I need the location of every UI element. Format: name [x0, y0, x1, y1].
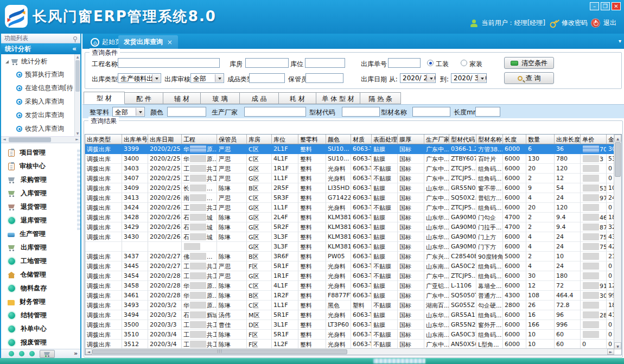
tree-root[interactable]: 统计分析: [1, 54, 74, 68]
color-input[interactable]: [167, 107, 206, 117]
column-header[interactable]: 金: [607, 135, 614, 144]
sidebar-nav-item[interactable]: 仓储管理: [1, 268, 80, 282]
collapse-icon[interactable]: «: [72, 45, 77, 53]
nav-scrollbar[interactable]: [77, 149, 80, 230]
table-row[interactable]: 调拨出库34542020/2/28工共工程严思G区1R1F整料光身料6063-T…: [85, 271, 614, 281]
radio-gongzhuang-label[interactable]: 工装: [436, 60, 449, 69]
scroll-down-icon[interactable]: ▼: [614, 342, 621, 349]
column-header[interactable]: 整零料: [298, 135, 326, 144]
clear-conditions-button[interactable]: 清空条件: [504, 57, 554, 69]
table-row[interactable]: 调拨出库35102020/3/4工共工程陈琳F区5R1F整料光身料6063-T5…: [85, 330, 614, 340]
column-header[interactable]: 长度: [503, 135, 526, 144]
sidebar-nav-item[interactable]: 财务管理: [1, 295, 80, 309]
tab-shipping-query[interactable]: 发货出库查询 ×: [118, 35, 178, 49]
sidebar-nav-item[interactable]: 报废管理: [1, 336, 80, 349]
column-header[interactable]: 工程: [182, 135, 217, 144]
table-row[interactable]: 调拨出库34292020/2/26石城陈琳G区5R2F整料KLM38176063…: [85, 222, 614, 232]
scroll-up-icon[interactable]: ▲: [614, 135, 621, 142]
column-header[interactable]: 出库长度: [555, 135, 581, 144]
column-header[interactable]: 出库单号: [122, 135, 148, 144]
table-row[interactable]: G区3L3F整料KLM38176063-T5贴膜国标山东华...GA90M09.…: [85, 242, 614, 252]
material-tab[interactable]: 玻 璃: [200, 92, 240, 104]
sidebar-nav-item[interactable]: 出库管理: [1, 241, 80, 254]
sidebar-nav-item[interactable]: 工地管理: [1, 254, 80, 268]
sidebar-nav-item[interactable]: 物料盘存: [1, 282, 80, 295]
table-row[interactable]: 调拨出库34032020/2/25工共工程严思G区1R1F整料光身料6063-T…: [85, 164, 614, 174]
scroll-thumb[interactable]: [92, 349, 347, 354]
dot-icon[interactable]: [29, 351, 35, 356]
minimize-button[interactable]: –: [590, 2, 599, 10]
scroll-right-icon[interactable]: ►: [74, 137, 80, 143]
material-tab[interactable]: 隔 热 条: [360, 92, 401, 104]
tree-item[interactable]: 收货入库查询: [1, 122, 74, 136]
material-tab[interactable]: 耗 材: [278, 92, 316, 104]
radio-gongzhuang[interactable]: [427, 60, 434, 66]
project-name-input[interactable]: [118, 58, 220, 68]
material-tab[interactable]: 配 件: [124, 92, 163, 104]
sidebar-nav-item[interactable]: 结转管理: [1, 309, 80, 322]
table-row[interactable]: 调拨出库34372020/2/27佛...陈琳B区3R6F整料PW056063-…: [85, 252, 614, 261]
scroll-right-icon[interactable]: ►: [607, 349, 614, 355]
tree-item[interactable]: 采购入库查询: [1, 95, 74, 108]
scroll-thumb[interactable]: [9, 137, 51, 142]
maximize-button[interactable]: ❒: [601, 2, 610, 10]
overflow-chevron[interactable]: »: [74, 349, 78, 357]
table-row[interactable]: 调拨出库34302020/2/26石城陈琳G区3L3F整料KLM38176063…: [85, 232, 614, 242]
material-tab[interactable]: 单 体 型 材: [316, 92, 360, 104]
table-row[interactable]: 调拨出库34002020/2/25华原...严思C区4L1F整料SU10...6…: [85, 154, 614, 164]
table-row[interactable]: 调拨出库34072020/2/25工共工程严思G区1L1F整料光身料6063-T…: [85, 174, 614, 183]
column-header[interactable]: 库房: [247, 135, 272, 144]
column-header[interactable]: 膜厚: [398, 135, 424, 144]
sidebar-nav-item[interactable]: 退货管理: [1, 200, 80, 214]
column-header[interactable]: 表面处理: [372, 135, 398, 144]
tree-item[interactable]: 预算执行查询: [1, 68, 74, 81]
table-row[interactable]: 调拨出库34132020/2/26南...严思C区5R3F整料G71422606…: [85, 193, 614, 203]
sidebar-nav-item[interactable]: 补单中心: [1, 322, 80, 336]
tree-item[interactable]: 发货出库查询: [1, 108, 74, 122]
tab-list-chevron-icon[interactable]: ▾: [619, 38, 621, 44]
radio-jiazhuang[interactable]: [461, 60, 467, 66]
column-header[interactable]: 材质: [351, 135, 372, 144]
length-input[interactable]: [475, 107, 500, 117]
profile-name-input[interactable]: [412, 107, 450, 117]
product-type-input[interactable]: [249, 73, 285, 83]
table-row[interactable]: 调拨出库34612020/2/28华原...陈琳B区1R2F整料F8877FT6…: [85, 291, 614, 301]
scroll-left-icon[interactable]: ◄: [85, 349, 92, 355]
table-row[interactable]: 调拨出库33992020/2/25华原...严思C区2L1F整料SU10...6…: [85, 144, 614, 154]
scroll-thumb[interactable]: [75, 60, 80, 92]
cart-button[interactable]: [40, 350, 55, 358]
table-row[interactable]: 调拨出库34582020/2/28华原...陈琳C区4L1F整料光身料6063-…: [85, 281, 614, 291]
dot-icon[interactable]: [19, 351, 24, 356]
scroll-left-icon[interactable]: ◄: [1, 137, 8, 143]
column-header[interactable]: 库位: [272, 135, 298, 144]
order-no-input[interactable]: [388, 58, 421, 68]
grid-hscrollbar[interactable]: ◄ ►: [85, 348, 614, 355]
sidebar-nav-item[interactable]: 入库管理: [1, 187, 80, 200]
table-row[interactable]: 调拨出库34242020/2/26工共工程严思G区1L1F整料光身料6063-T…: [85, 203, 614, 213]
sidebar-nav-item[interactable]: 采购管理: [1, 173, 80, 187]
profile-code-input[interactable]: [342, 107, 380, 117]
material-tab[interactable]: 型 材: [84, 92, 125, 104]
dot-icon[interactable]: [9, 351, 14, 356]
scroll-up-icon[interactable]: ▲: [75, 54, 80, 60]
table-row[interactable]: 调拨出库35002020/3/3工共工程曹佳D区3L1F整料LT3P606063…: [85, 320, 614, 330]
audit-select[interactable]: 全部: [190, 73, 224, 83]
date-from-select[interactable]: 2020/ 2/16: [400, 73, 436, 83]
column-header[interactable]: 颜色: [326, 135, 351, 144]
location-input[interactable]: [305, 58, 345, 68]
column-header[interactable]: 保管员: [217, 135, 247, 144]
sidebar-nav-item[interactable]: 审核中心: [1, 159, 80, 173]
table-row[interactable]: 调拨出库34452020/2/27工共工程严思F区5R1F整料光身料6063-T…: [85, 261, 614, 271]
search-button[interactable]: 查 询: [504, 72, 554, 84]
sidebar-nav-item[interactable]: 项目管理: [1, 146, 80, 159]
grid-vscrollbar[interactable]: ▲ ▼: [614, 135, 621, 349]
whole-part-select[interactable]: 全部: [112, 107, 145, 117]
scroll-thumb[interactable]: [615, 142, 621, 177]
material-tab[interactable]: 辅 材: [163, 92, 201, 104]
sidebar-nav-item[interactable]: 退库管理: [1, 214, 80, 227]
table-row[interactable]: 调拨出库34282020/2/26石城陈琳G区2L4F整料KLM38176063…: [85, 213, 614, 222]
expander-icon[interactable]: [5, 60, 9, 63]
sidebar-section-header[interactable]: 统计分析 «: [1, 43, 80, 54]
scroll-down-icon[interactable]: ▼: [75, 131, 80, 136]
manufacturer-input[interactable]: [244, 107, 306, 117]
